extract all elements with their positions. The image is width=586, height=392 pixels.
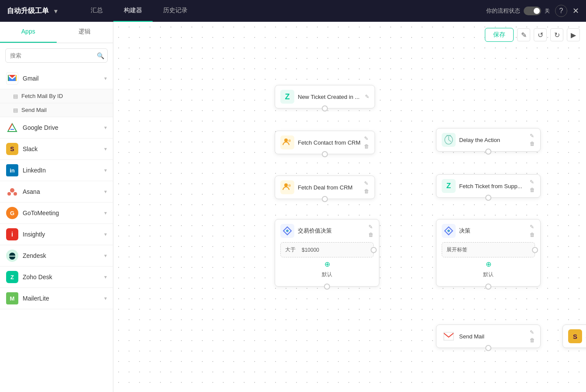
- redo-tool[interactable]: ↻: [550, 28, 563, 41]
- decision-branch-tag[interactable]: 展开标签: [442, 242, 535, 257]
- slack-chevron-icon: ▾: [104, 146, 107, 152]
- app-name-asana: Asana: [23, 188, 104, 195]
- svg-point-26: [288, 184, 291, 187]
- app-header: 自动升级工单 ▾ 汇总 构建器 历史记录 你的流程状态 关 ? ✕: [0, 0, 586, 22]
- app-name-linkedin: LinkedIn: [23, 167, 104, 174]
- fetch-contact-delete-icon[interactable]: 🗑: [364, 143, 369, 149]
- node-fetch-ticket[interactable]: Z Fetch Ticket from Supp... ✎ 🗑: [436, 174, 541, 198]
- decision-edit-icon[interactable]: ✎: [530, 224, 535, 230]
- app-item-zendesk[interactable]: Zendesk ▾: [0, 245, 113, 267]
- tab-logic[interactable]: 逻辑: [57, 22, 113, 43]
- trigger-actions: ✎: [365, 94, 369, 100]
- googledrive-icon: [6, 122, 18, 134]
- delay-bottom-connector[interactable]: [485, 149, 491, 155]
- trigger-edit-icon[interactable]: ✎: [365, 94, 369, 100]
- gmail-icon: [6, 72, 18, 84]
- node-fetch-deal[interactable]: Fetch Deal from CRM ✎ 🗑: [275, 176, 375, 199]
- nav-item-summary[interactable]: 汇总: [80, 0, 113, 22]
- deal-branch-gt[interactable]: 大于 $10000: [280, 242, 374, 257]
- node-deal-decision-header: 交易价值决策 ✎ 🗑: [275, 220, 379, 242]
- delay-delete-icon[interactable]: 🗑: [530, 141, 535, 147]
- sidebar-tabs: Apps 逻辑: [0, 22, 113, 43]
- fetch-deal-delete-icon[interactable]: 🗑: [364, 188, 369, 194]
- node-send-channel[interactable]: S Send Channel Message ✎ 🗑: [562, 324, 586, 348]
- app-item-googledrive[interactable]: Google Drive ▾: [0, 117, 113, 139]
- slack-icon: S: [6, 143, 18, 155]
- delay-icon: [442, 133, 456, 147]
- nav-item-builder[interactable]: 构建器: [113, 0, 153, 22]
- node-fetch-contact[interactable]: Fetch Contact from CRM ✎ 🗑: [275, 131, 375, 154]
- app-item-slack[interactable]: S Slack ▾: [0, 139, 113, 160]
- tab-apps[interactable]: Apps: [0, 22, 57, 43]
- close-icon[interactable]: ✕: [572, 6, 579, 16]
- linkedin-icon: in: [6, 164, 18, 176]
- search-input[interactable]: [5, 48, 108, 63]
- app-item-mailerlite[interactable]: M MailerLite ▾: [0, 288, 113, 309]
- header-chevron-icon[interactable]: ▾: [54, 7, 58, 15]
- app-item-gotomeeting[interactable]: G GoToMeeting ▾: [0, 203, 113, 224]
- app-item-zohodesk[interactable]: Z Zoho Desk ▾: [0, 267, 113, 288]
- node-deal-decision[interactable]: 交易价值决策 ✎ 🗑 大于 $10000 ⊕ 默认: [275, 219, 379, 287]
- flow-status-toggle[interactable]: [524, 7, 541, 15]
- fetch-ticket-edit-icon[interactable]: ✎: [530, 179, 535, 185]
- deal-decision-icon: [280, 224, 294, 238]
- deal-decision-bottom-connector[interactable]: [324, 284, 330, 290]
- decision-branch-add-icon[interactable]: ⊕: [442, 260, 535, 268]
- trigger-icon: Z: [280, 90, 294, 104]
- app-name-insightly: Insightly: [23, 231, 104, 238]
- send-mail-delete-icon[interactable]: 🗑: [530, 337, 535, 343]
- edit-tool[interactable]: ✎: [517, 28, 530, 41]
- undo-tool[interactable]: ↺: [534, 28, 547, 41]
- fetch-contact-bottom-connector[interactable]: [322, 151, 328, 157]
- asana-icon: [6, 186, 18, 198]
- nav-item-history[interactable]: 历史记录: [153, 0, 198, 22]
- insightly-icon: i: [6, 228, 18, 240]
- decision-bottom-connector[interactable]: [485, 284, 491, 290]
- help-icon[interactable]: ?: [555, 5, 567, 17]
- mailerlite-icon: M: [6, 292, 18, 304]
- decision-icon: [442, 224, 456, 238]
- linkedin-chevron-icon: ▾: [104, 167, 107, 173]
- node-send-mail[interactable]: Send Mail ✎ 🗑: [436, 324, 541, 348]
- fetch-ticket-bottom-connector[interactable]: [485, 195, 491, 201]
- app-item-insightly[interactable]: i Insightly ▾: [0, 224, 113, 245]
- sub-item-send-mail[interactable]: ▤ Send Mail: [0, 103, 113, 117]
- node-decision[interactable]: 决策 ✎ 🗑 展开标签 ⊕ 默认: [436, 219, 541, 287]
- fetch-deal-edit-icon[interactable]: ✎: [364, 180, 369, 186]
- send-mail-edit-icon[interactable]: ✎: [530, 329, 535, 335]
- flow-canvas[interactable]: Z New Ticket Created in ... ✎ Fetch Cont…: [113, 22, 586, 392]
- search-icon[interactable]: 🔍: [97, 52, 104, 59]
- decision-delete-icon[interactable]: 🗑: [530, 232, 535, 238]
- deal-branch-right-connector[interactable]: [371, 247, 377, 253]
- deal-decision-edit-icon[interactable]: ✎: [368, 224, 374, 230]
- app-item-gmail[interactable]: Gmail ▾: [0, 68, 113, 89]
- sub-item-fetch-mail[interactable]: ▤ Fetch Mail By ID: [0, 89, 113, 103]
- trigger-bottom-connector[interactable]: [322, 105, 328, 112]
- deal-branch-add-icon[interactable]: ⊕: [280, 260, 374, 268]
- save-button[interactable]: 保存: [485, 28, 514, 42]
- play-tool[interactable]: ▶: [567, 28, 580, 41]
- app-name-zendesk: Zendesk: [23, 252, 104, 259]
- delay-edit-icon[interactable]: ✎: [530, 133, 535, 139]
- node-fetch-deal-header: Fetch Deal from CRM ✎ 🗑: [275, 176, 375, 199]
- send-mail-bottom-connector[interactable]: [485, 345, 491, 351]
- decision-branch-right-connector[interactable]: [532, 247, 538, 253]
- deal-decision-delete-icon[interactable]: 🗑: [368, 232, 374, 238]
- app-item-linkedin[interactable]: in LinkedIn ▾: [0, 160, 113, 181]
- fetch-ticket-delete-icon[interactable]: 🗑: [530, 187, 535, 193]
- node-trigger[interactable]: Z New Ticket Created in ... ✎: [275, 85, 375, 108]
- node-delay[interactable]: Delay the Action ✎ 🗑: [436, 128, 541, 152]
- fetch-contact-actions: ✎ 🗑: [364, 135, 369, 149]
- header-nav: 汇总 构建器 历史记录: [80, 0, 198, 22]
- canvas-toolbar: 保存 ✎ ↺ ↻ ▶: [485, 28, 580, 42]
- deal-branch-value: $10000: [302, 247, 319, 253]
- deal-branch-operator: 大于: [285, 246, 296, 253]
- send-mail-actions: ✎ 🗑: [530, 329, 535, 343]
- fetch-deal-bottom-connector[interactable]: [322, 196, 328, 202]
- gotomeeting-chevron-icon: ▾: [104, 210, 107, 216]
- googledrive-chevron-icon: ▾: [104, 125, 107, 131]
- svg-rect-1: [16, 75, 17, 81]
- fetch-ticket-actions: ✎ 🗑: [530, 179, 535, 193]
- fetch-contact-edit-icon[interactable]: ✎: [364, 135, 369, 142]
- app-item-asana[interactable]: Asana ▾: [0, 181, 113, 203]
